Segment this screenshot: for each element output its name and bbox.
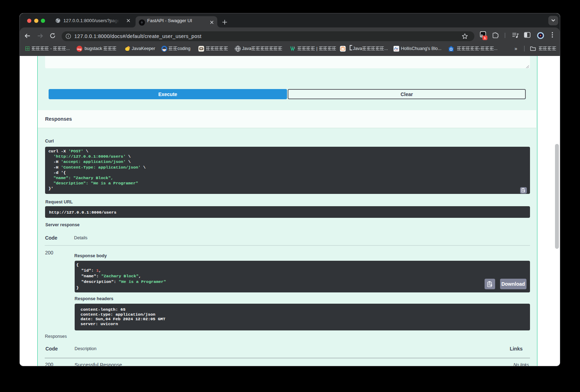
svg-text:bug: bug: [77, 48, 81, 51]
